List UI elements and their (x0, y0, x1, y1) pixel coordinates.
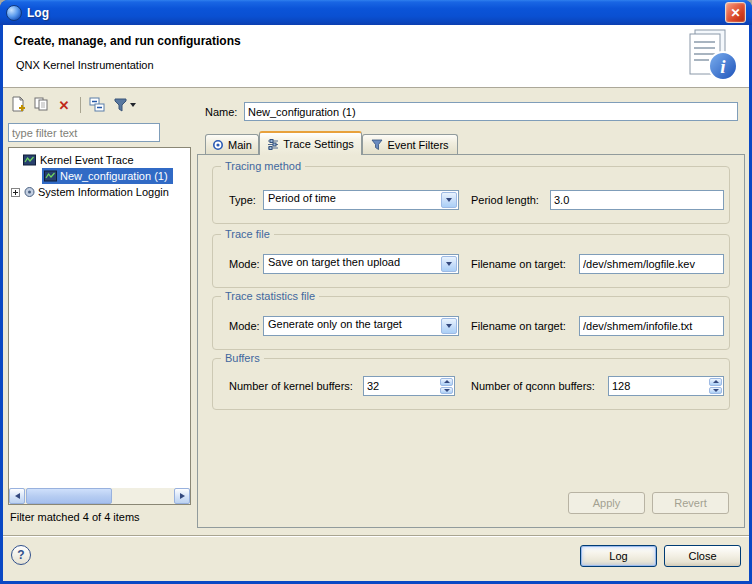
close-icon: ✕ (730, 7, 740, 19)
chevron-down-icon (713, 389, 719, 392)
tab-event-filters[interactable]: Event Filters (362, 134, 458, 155)
apply-button[interactable]: Apply (568, 492, 645, 514)
log-dialog: Log ✕ Create, manage, and run configurat… (0, 0, 752, 584)
tab-trace-settings[interactable]: Trace Settings (259, 131, 362, 155)
trace-file-filename-input[interactable] (579, 254, 724, 274)
dialog-subtitle: QNX Kernel Instrumentation (16, 59, 154, 71)
window-close-button[interactable]: ✕ (725, 2, 746, 23)
tree-item-system-information-logging[interactable]: System Information Loggin (9, 184, 190, 200)
scroll-thumb[interactable] (26, 488, 112, 504)
new-configuration-tree-icon (44, 170, 57, 182)
selected-item-highlight: New_configuration (1) (42, 168, 173, 184)
period-length-label: Period length: (471, 194, 539, 206)
tree-item-label: Kernel Event Trace (40, 154, 134, 166)
combo-dropdown-button[interactable] (441, 256, 457, 272)
chevron-down-icon (446, 262, 452, 266)
qconn-buffers-spinner[interactable] (608, 376, 724, 396)
new-configuration-button[interactable] (7, 94, 29, 116)
scroll-left-icon (15, 493, 20, 499)
statistics-mode-label: Mode: (229, 320, 260, 332)
combo-value: Generate only on the target (264, 317, 440, 335)
spinner-up-button[interactable] (440, 378, 453, 386)
tab-label: Event Filters (387, 139, 448, 151)
revert-button[interactable]: Revert (652, 492, 729, 514)
close-button[interactable]: Close (664, 545, 741, 567)
new-configuration-icon (10, 96, 26, 114)
titlebar: Log ✕ (0, 0, 752, 25)
tree-item-new-configuration[interactable]: New_configuration (1) (9, 168, 190, 184)
trace-file-mode-label: Mode: (229, 258, 260, 270)
filter-status: Filter matched 4 of 4 items (10, 511, 140, 523)
collapse-all-icon (89, 96, 105, 114)
dialog-banner: Create, manage, and run configurations Q… (3, 25, 749, 88)
delete-configuration-button[interactable]: ✕ (53, 94, 75, 116)
statistics-filename-label: Filename on target: (471, 320, 566, 332)
spinner-up-button[interactable] (709, 378, 722, 386)
trace-settings-tab-icon (267, 138, 279, 150)
window-title: Log (27, 6, 720, 20)
group-title: Tracing method (221, 160, 305, 172)
collapse-all-button[interactable] (86, 94, 108, 116)
chevron-up-icon (713, 380, 719, 383)
log-button[interactable]: Log (580, 545, 657, 567)
svg-text:i: i (720, 56, 726, 77)
group-tracing-method: Tracing method Type: Period of time Peri… (212, 166, 730, 224)
dialog-content: Create, manage, and run configurations Q… (3, 25, 749, 581)
group-title: Buffers (221, 352, 264, 364)
configuration-info-icon: i (679, 28, 741, 86)
dialog-title: Create, manage, and run configurations (14, 34, 241, 48)
qconn-buffers-input[interactable] (609, 377, 708, 395)
combo-value: Save on target then upload (264, 255, 440, 273)
tab-label: Trace Settings (283, 138, 354, 150)
name-input[interactable] (244, 102, 738, 121)
tracing-type-combo[interactable]: Period of time (263, 190, 459, 210)
system-information-icon (23, 186, 36, 200)
duplicate-configuration-button[interactable] (30, 94, 52, 116)
type-label: Type: (229, 194, 256, 206)
scroll-right-button[interactable] (174, 488, 190, 504)
filter-configurations-button[interactable] (109, 94, 139, 116)
chevron-down-icon (444, 389, 450, 392)
tree-horizontal-scrollbar[interactable] (9, 488, 190, 504)
kernel-event-trace-icon (23, 154, 36, 168)
configurations-toolbar: ✕ (7, 93, 139, 117)
trace-settings-panel: Tracing method Type: Period of time Peri… (197, 154, 745, 528)
statistics-filename-input[interactable] (579, 316, 724, 336)
main-tab-icon (212, 139, 224, 151)
app-icon (6, 5, 22, 21)
scroll-right-icon (180, 493, 185, 499)
kernel-buffers-spinner[interactable] (363, 376, 455, 396)
group-trace-statistics: Trace statistics file Mode: Generate onl… (212, 296, 730, 350)
combo-dropdown-button[interactable] (441, 192, 457, 208)
statistics-mode-combo[interactable]: Generate only on the target (263, 316, 459, 336)
group-buffers: Buffers Number of kernel buffers: Number… (212, 358, 730, 410)
combo-dropdown-button[interactable] (441, 318, 457, 334)
event-filters-tab-icon (371, 139, 383, 151)
tab-main[interactable]: Main (205, 134, 259, 155)
scroll-left-button[interactable] (9, 488, 25, 504)
toolbar-separator (80, 97, 81, 113)
filter-menu-arrow-icon (130, 103, 136, 107)
filter-icon (113, 97, 128, 114)
configurations-tree: Kernel Event Trace New_configuration (1) (8, 147, 191, 505)
qconn-buffers-label: Number of qconn buffers: (471, 380, 595, 392)
tree-item-label: System Information Loggin (38, 186, 169, 198)
chevron-down-icon (446, 324, 452, 328)
kernel-buffers-label: Number of kernel buffers: (229, 380, 353, 392)
trace-file-mode-combo[interactable]: Save on target then upload (263, 254, 459, 274)
expand-plus-icon[interactable] (11, 187, 20, 199)
help-button[interactable]: ? (11, 545, 31, 565)
name-label: Name: (205, 106, 237, 118)
spinner-down-button[interactable] (440, 387, 453, 395)
tab-label: Main (228, 139, 252, 151)
tree-item-kernel-event-trace[interactable]: Kernel Event Trace (9, 152, 190, 168)
chevron-up-icon (444, 380, 450, 383)
filter-input[interactable] (8, 123, 160, 142)
spinner-down-button[interactable] (709, 387, 722, 395)
kernel-buffers-input[interactable] (364, 377, 439, 395)
period-length-input[interactable] (550, 190, 724, 210)
chevron-down-icon (446, 198, 452, 202)
group-title: Trace file (221, 228, 274, 240)
combo-value: Period of time (264, 191, 440, 209)
group-title: Trace statistics file (221, 290, 319, 302)
